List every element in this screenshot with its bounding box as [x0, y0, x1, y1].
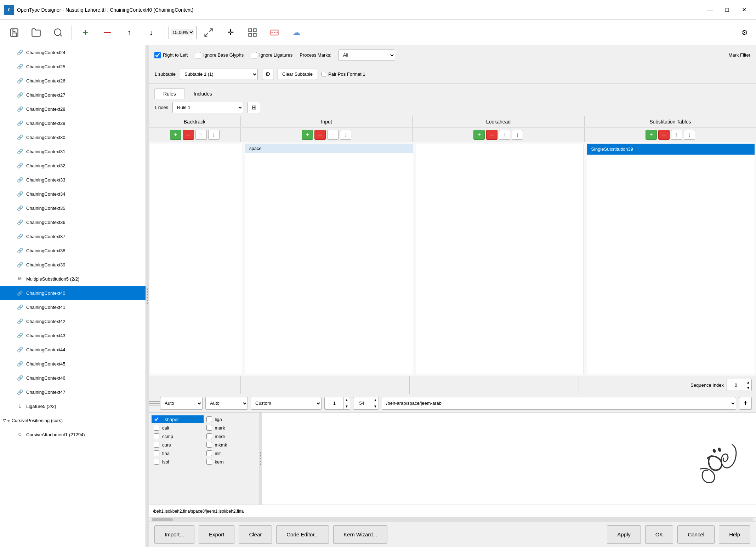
tree-item-cc38[interactable]: 🔗 ChainingContext38 — [0, 243, 146, 258]
lookahead-down-button[interactable]: ↓ — [512, 130, 523, 140]
tree-item-cc39[interactable]: 🔗 ChainingContext39 — [0, 258, 146, 272]
substitution-down-button[interactable]: ↓ — [684, 130, 695, 140]
feature-init[interactable]: init — [204, 449, 256, 457]
minimize-button[interactable]: — — [702, 4, 718, 16]
substitution-content[interactable]: SingleSubstitution39 — [587, 144, 755, 374]
down-button[interactable]: ↓ — [141, 23, 161, 42]
cancel-button[interactable]: Cancel — [677, 525, 715, 544]
tree-item-cc29[interactable]: 🔗 ChainingContext29 — [0, 116, 146, 130]
backtrack-add-button[interactable]: + — [170, 130, 181, 140]
sequence-index-down[interactable]: ▼ — [745, 385, 751, 391]
scrollbar-thumb[interactable] — [152, 518, 173, 521]
tree-group-curs[interactable]: ▽ ● CursivePositioning (curs) — [0, 413, 146, 427]
close-button[interactable]: ✕ — [736, 4, 752, 16]
tree-item-cc41[interactable]: 🔗 ChainingContext41 — [0, 300, 146, 314]
feature-curs-checkbox[interactable] — [154, 442, 159, 448]
feature-liga-checkbox[interactable] — [206, 416, 212, 422]
panel-resize-handle[interactable] — [146, 45, 149, 547]
import-button[interactable]: Import... — [154, 525, 194, 544]
grid-toggle[interactable] — [243, 23, 262, 42]
right-to-left-checkbox[interactable] — [154, 52, 161, 58]
feature-shaper-checkbox[interactable] — [154, 416, 159, 422]
add-path-button[interactable]: + — [739, 397, 752, 410]
tree-item-cc24[interactable]: 🔗 ChainingContext24 — [0, 45, 146, 59]
substitution-item-singlesubstitution39[interactable]: SingleSubstitution39 — [587, 144, 755, 155]
sequence-index-input[interactable] — [727, 381, 745, 389]
metrics-button[interactable] — [265, 23, 284, 42]
tree-item-cursatt1[interactable]: C CursiveAttachment1 (21294) — [0, 427, 146, 442]
bottom-resize-handle[interactable] — [153, 401, 156, 405]
input-up-button[interactable]: ↑ — [327, 130, 339, 140]
num1-up[interactable]: ▲ — [343, 397, 350, 403]
export-button[interactable]: Export — [199, 525, 234, 544]
num2-up[interactable]: ▲ — [372, 397, 379, 403]
rule-select[interactable]: Rule 1 — [172, 102, 243, 113]
feature-isol[interactable]: isol — [152, 458, 204, 466]
remove-button[interactable] — [97, 23, 117, 42]
tree-item-ms5[interactable]: M MultipleSubstitution5 (2/2) — [0, 272, 146, 286]
backtrack-down-button[interactable]: ↓ — [208, 130, 220, 140]
find-button[interactable] — [48, 23, 68, 42]
save-button[interactable] — [4, 23, 24, 42]
ignore-ligatures-checkbox[interactable] — [251, 52, 257, 58]
features-preview-resize[interactable] — [259, 413, 262, 505]
feature-medi[interactable]: medi — [204, 432, 256, 440]
feature-kern-checkbox[interactable] — [206, 459, 212, 465]
feature-ccmp-checkbox[interactable] — [154, 433, 159, 439]
subtable-gear-button[interactable]: ⚙ — [262, 69, 273, 80]
substitution-add-button[interactable]: + — [646, 130, 657, 140]
tree-item-cc27[interactable]: 🔗 ChainingContext27 — [0, 88, 146, 102]
feature-liga[interactable]: liga — [204, 415, 256, 423]
num-input-1[interactable] — [325, 399, 343, 407]
feature-kern[interactable]: kern — [204, 458, 256, 466]
tree-item-cc47[interactable]: 🔗 ChainingContext47 — [0, 385, 146, 399]
scroll-area[interactable] — [149, 517, 756, 522]
tree-item-cc30[interactable]: 🔗 ChainingContext30 — [0, 130, 146, 144]
lookahead-add-button[interactable]: + — [473, 130, 485, 140]
tree-item-cc36[interactable]: 🔗 ChainingContext36 — [0, 215, 146, 229]
apply-button[interactable]: Apply — [607, 525, 641, 544]
tree-item-cc31[interactable]: 🔗 ChainingContext31 — [0, 144, 146, 159]
feature-mark[interactable]: mark — [204, 424, 256, 432]
tree-item-cc28[interactable]: 🔗 ChainingContext28 — [0, 102, 146, 116]
custom-select[interactable]: Custom — [251, 397, 322, 410]
feature-init-checkbox[interactable] — [206, 450, 212, 456]
tree-item-cc32[interactable]: 🔗 ChainingContext32 — [0, 159, 146, 173]
open-button[interactable] — [26, 23, 46, 42]
clear-subtable-button[interactable]: Clear Subtable — [278, 69, 317, 80]
backtrack-remove-button[interactable]: — — [183, 130, 194, 140]
tree-item-cc35[interactable]: 🔗 ChainingContext35 — [0, 201, 146, 215]
feature-fina[interactable]: fina — [152, 449, 204, 457]
help-button[interactable]: Help — [719, 525, 750, 544]
feature-mark-checkbox[interactable] — [206, 425, 212, 431]
process-marks-select[interactable]: All — [339, 50, 395, 61]
tree-item-cc40[interactable]: 🔗 ChainingContext40 — [0, 286, 146, 300]
feature-mkmk[interactable]: mkmk — [204, 441, 256, 449]
tree-item-cc46[interactable]: 🔗 ChainingContext46 — [0, 371, 146, 385]
ignore-base-glyphs-checkbox[interactable] — [195, 52, 201, 58]
up-button[interactable]: ↑ — [119, 23, 139, 42]
kern-wizard-button[interactable]: Kern Wizard... — [333, 525, 387, 544]
tab-includes[interactable]: Includes — [185, 88, 221, 99]
tree-item-cc26[interactable]: 🔗 ChainingContext26 — [0, 74, 146, 88]
tree-item-cc43[interactable]: 🔗 ChainingContext43 — [0, 328, 146, 342]
pair-pos-checkbox[interactable] — [322, 72, 326, 76]
feature-calt[interactable]: calt — [152, 424, 204, 432]
tree-item-cc42[interactable]: 🔗 ChainingContext42 — [0, 314, 146, 328]
ok-button[interactable]: OK — [645, 525, 673, 544]
num-input-2[interactable] — [353, 399, 372, 407]
path-select[interactable]: /beh-arab/space/jeem-arab — [382, 397, 736, 410]
zoom-control[interactable]: 15.00% — [169, 26, 197, 39]
maximize-button[interactable]: □ — [719, 4, 735, 16]
clear-button[interactable]: Clear — [239, 525, 272, 544]
tab-rules[interactable]: Rules — [154, 88, 185, 99]
feature-shaper[interactable]: _shaper — [152, 415, 204, 423]
fit-button[interactable] — [199, 23, 218, 42]
crosshair-button[interactable]: ✛ — [221, 23, 240, 42]
tree-item-cc44[interactable]: 🔗 ChainingContext44 — [0, 342, 146, 357]
num2-down[interactable]: ▼ — [372, 403, 379, 410]
auto-select-2[interactable]: Auto — [205, 397, 248, 410]
feature-curs[interactable]: curs — [152, 441, 204, 449]
auto-select-1[interactable]: Auto — [160, 397, 203, 410]
add-button[interactable]: + — [75, 23, 95, 42]
